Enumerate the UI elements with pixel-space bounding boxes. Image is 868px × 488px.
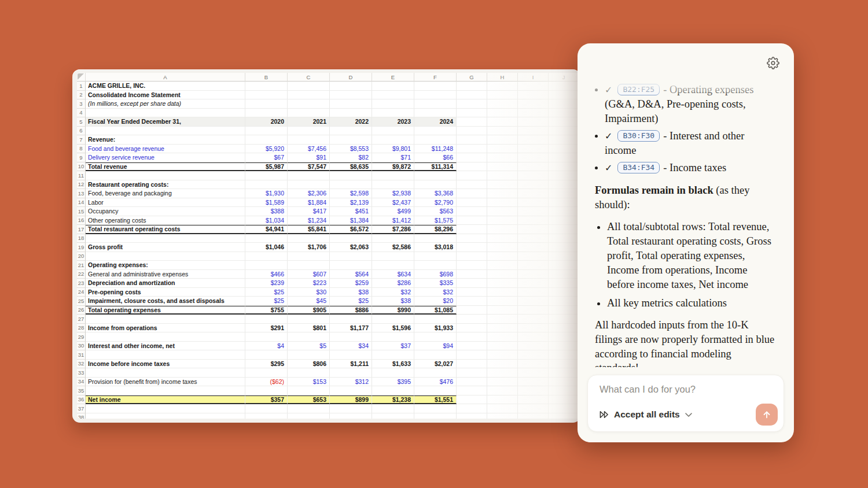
cell-I25[interactable] — [518, 297, 549, 306]
cell-J34[interactable] — [549, 378, 579, 387]
cell-D13[interactable]: $2,598 — [330, 189, 372, 198]
cell-D18[interactable] — [330, 234, 372, 243]
cell-C35[interactable] — [288, 386, 330, 395]
cell-H14[interactable] — [487, 198, 518, 208]
cell-J22[interactable] — [549, 270, 579, 279]
cell-E6[interactable] — [372, 127, 414, 136]
cell-D4[interactable] — [330, 109, 372, 118]
cell-B16[interactable]: $1,034 — [245, 216, 288, 225]
cell-I11[interactable] — [518, 171, 549, 180]
row-header-7[interactable]: 7 — [77, 135, 86, 145]
row-header-14[interactable]: 14 — [77, 198, 86, 208]
cell-C5[interactable]: 2021 — [288, 117, 330, 127]
cell-F1[interactable] — [414, 82, 457, 91]
cell-C37[interactable] — [288, 404, 330, 413]
cell-I4[interactable] — [518, 109, 549, 118]
cell-J17[interactable] — [549, 225, 579, 234]
cell-B33[interactable] — [245, 368, 288, 378]
cell-H13[interactable] — [487, 189, 518, 198]
cell-A26[interactable]: Total operating expenses — [86, 306, 245, 315]
col-header-F[interactable]: F — [414, 73, 457, 82]
cell-B10[interactable]: $5,987 — [245, 162, 288, 172]
cell-H2[interactable] — [487, 91, 518, 100]
row-header-18[interactable]: 18 — [77, 234, 86, 243]
cell-D2[interactable] — [330, 91, 372, 100]
cell-G30[interactable] — [457, 342, 487, 351]
cell-A12[interactable]: Restaurant operating costs: — [86, 180, 245, 190]
cell-D29[interactable] — [330, 332, 372, 342]
row-header-21[interactable]: 21 — [77, 261, 86, 270]
cell-J2[interactable] — [549, 91, 579, 100]
cell-D33[interactable] — [330, 368, 372, 378]
cell-J10[interactable] — [549, 162, 579, 172]
cell-B23[interactable]: $239 — [245, 279, 288, 288]
cell-G25[interactable] — [457, 297, 487, 306]
cell-H18[interactable] — [487, 234, 518, 243]
cell-F11[interactable] — [414, 171, 457, 180]
cell-H29[interactable] — [487, 332, 518, 342]
row-header-27[interactable]: 27 — [77, 315, 86, 324]
cell-E10[interactable]: $9,872 — [372, 162, 414, 172]
cell-J29[interactable] — [549, 332, 579, 342]
cell-E4[interactable] — [372, 109, 414, 118]
cell-H15[interactable] — [487, 207, 518, 216]
cell-D11[interactable] — [330, 171, 372, 180]
cell-G26[interactable] — [457, 306, 487, 315]
cell-J9[interactable] — [549, 153, 579, 162]
cell-I23[interactable] — [518, 279, 549, 288]
cell-B2[interactable] — [245, 91, 288, 100]
cell-B25[interactable]: $25 — [245, 297, 288, 306]
cell-H36[interactable] — [487, 395, 518, 405]
cell-F14[interactable]: $2,790 — [414, 198, 457, 208]
cell-D30[interactable]: $34 — [330, 342, 372, 351]
cell-B13[interactable]: $1,930 — [245, 189, 288, 198]
cell-A4[interactable] — [86, 109, 245, 118]
cell-I37[interactable] — [518, 404, 549, 413]
cell-F7[interactable] — [414, 135, 457, 145]
cell-C10[interactable]: $7,547 — [288, 162, 330, 172]
cell-H4[interactable] — [487, 109, 518, 118]
cell-J8[interactable] — [549, 145, 579, 154]
cell-J27[interactable] — [549, 315, 579, 324]
cell-A27[interactable] — [86, 315, 245, 324]
cell-G6[interactable] — [457, 127, 487, 136]
cell-J16[interactable] — [549, 216, 579, 225]
cell-A16[interactable]: Other operating costs — [86, 216, 245, 225]
cell-I22[interactable] — [518, 270, 549, 279]
cell-G16[interactable] — [457, 216, 487, 225]
row-header-26[interactable]: 26 — [77, 306, 86, 315]
cell-E9[interactable]: $71 — [372, 153, 414, 162]
cell-I6[interactable] — [518, 127, 549, 136]
cell-C36[interactable]: $653 — [288, 395, 330, 405]
cell-B17[interactable]: $4,941 — [245, 225, 288, 234]
cell-D35[interactable] — [330, 386, 372, 395]
cell-A23[interactable]: Depreciation and amortization — [86, 279, 245, 288]
row-header-22[interactable]: 22 — [77, 270, 86, 279]
cell-B9[interactable]: $67 — [245, 153, 288, 162]
cell-E20[interactable] — [372, 252, 414, 261]
cell-A11[interactable] — [86, 171, 245, 180]
cell-A30[interactable]: Interest and other income, net — [86, 342, 245, 351]
cell-F12[interactable] — [414, 180, 457, 190]
col-header-G[interactable]: G — [457, 73, 487, 82]
cell-A36[interactable]: Net income — [86, 395, 245, 405]
cell-J12[interactable] — [549, 180, 579, 190]
cell-H27[interactable] — [487, 315, 518, 324]
cell-C21[interactable] — [288, 261, 330, 270]
cell-J15[interactable] — [549, 207, 579, 216]
cell-I7[interactable] — [518, 135, 549, 145]
cell-C2[interactable] — [288, 91, 330, 100]
cell-C33[interactable] — [288, 368, 330, 378]
row-header-28[interactable]: 28 — [77, 324, 86, 333]
cell-F23[interactable]: $335 — [414, 279, 457, 288]
row-header-1[interactable]: 1 — [77, 82, 86, 91]
cell-H33[interactable] — [487, 368, 518, 378]
row-header-35[interactable]: 35 — [77, 386, 86, 395]
cell-I16[interactable] — [518, 216, 549, 225]
cell-F5[interactable]: 2024 — [414, 117, 457, 127]
cell-B18[interactable] — [245, 234, 288, 243]
cell-J37[interactable] — [549, 404, 579, 413]
cell-E28[interactable]: $1,596 — [372, 324, 414, 333]
cell-I20[interactable] — [518, 252, 549, 261]
row-header-11[interactable]: 11 — [77, 171, 86, 180]
